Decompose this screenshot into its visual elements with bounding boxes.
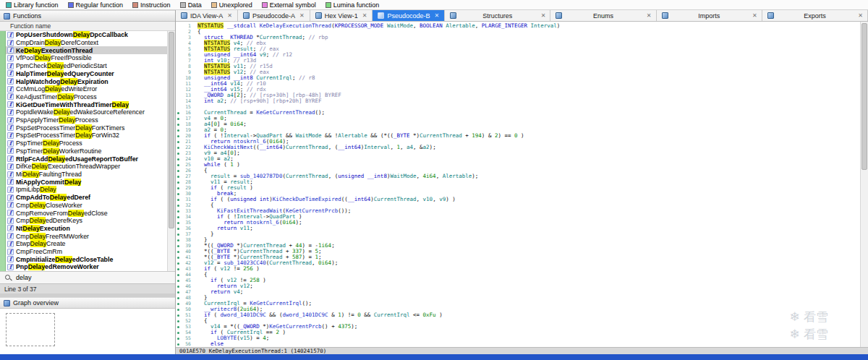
function-row[interactable]: fCcMmLogDelayedWriteError — [6, 85, 167, 93]
code-line[interactable]: 51 if ( dword_1401DC9C && (dword_1401DC9… — [176, 312, 860, 318]
code-line[interactable]: 29 if ( result ) — [176, 185, 860, 191]
function-row[interactable]: fPspSetProcessTimerDelayForWin32 — [6, 132, 167, 140]
function-row[interactable]: fCmpDelayFreeRMWorker — [6, 232, 167, 240]
tab-pseudocode-a[interactable]: Pseudocode-A✕ — [238, 10, 310, 21]
code-line[interactable]: 10 unsigned __int8 CurrentIrql; // r8 — [176, 75, 860, 81]
code-line[interactable]: 14 int a2; // [rsp+90h] [rbp+20h] BYREF — [176, 98, 860, 104]
line-number: 12 — [180, 87, 191, 93]
code-line[interactable]: 25 while ( 1 ) — [176, 162, 860, 168]
code-line[interactable]: 23 v9 = a4[0]; — [176, 150, 860, 156]
function-row[interactable]: fPspTimerDelayWorkerRoutine — [6, 147, 167, 155]
code-line[interactable]: 46 return v12; — [176, 283, 860, 289]
match-highlight: Delay — [57, 93, 74, 100]
function-row[interactable]: fCmpFreeCmRm — [6, 248, 167, 256]
code-line[interactable]: 45 if ( v12 != 258 ) — [176, 278, 860, 283]
function-row[interactable]: fPspSetProcessTimerDelayForKTimers — [6, 124, 167, 132]
tab-imports[interactable]: Imports✕ — [657, 10, 762, 21]
function-row[interactable]: fPpmCheckDelayedPeriodicStart — [6, 62, 167, 70]
tab-enums[interactable]: Enums✕ — [550, 10, 656, 21]
function-filter[interactable]: delay — [0, 271, 175, 283]
function-row[interactable]: fCmpDrainDelayDerefContext — [6, 39, 167, 47]
code-line[interactable]: 54 if ( CurrentIrql == 2 ) — [176, 330, 860, 335]
pseudocode-view[interactable]: 1NTSTATUS __stdcall KeDelayExecutionThre… — [176, 22, 868, 347]
code-line[interactable]: 28 v11 = result; — [176, 179, 860, 185]
close-icon[interactable]: ✕ — [299, 12, 305, 19]
code-line[interactable]: 44 { — [176, 272, 860, 278]
scrollbar-thumb[interactable] — [861, 23, 867, 170]
close-icon[interactable]: ✕ — [858, 12, 863, 19]
function-row[interactable]: fCmpInitializeDelayedCloseTable — [6, 255, 167, 263]
function-row[interactable]: fPopIdleWakeDelayedWakeSourceReferencer — [6, 108, 167, 116]
function-row[interactable]: fKiGetDueTimeWithThreadTimerDelay — [6, 100, 167, 108]
code-line[interactable]: 36 return v11; — [176, 226, 860, 231]
code-line[interactable]: 8 NTSTATUS v11; // r15d — [176, 64, 860, 69]
code-line[interactable]: 16 CurrentThread = KeGetCurrentThread(); — [176, 110, 860, 116]
close-icon[interactable]: ✕ — [434, 12, 439, 19]
close-icon[interactable]: ✕ — [227, 12, 232, 19]
tab-hex-view-1[interactable]: Hex View-1✕ — [310, 10, 373, 21]
code-line[interactable]: 47 return v4; — [176, 289, 860, 295]
code-line[interactable]: 43 if ( v12 != 256 ) — [176, 266, 860, 272]
close-icon[interactable]: ✕ — [362, 12, 367, 19]
match-highlight: Delay — [112, 101, 129, 108]
function-row[interactable]: fNtDelayExecution — [6, 225, 167, 233]
code-line[interactable]: 56 else — [176, 341, 860, 347]
function-list-scrollbar[interactable] — [167, 31, 175, 271]
code-line[interactable]: 31 if ( (unsigned int)KiCheckDueTimeExpi… — [176, 197, 860, 202]
function-row[interactable]: fCmpRemoveFromDelayedClose — [6, 209, 167, 217]
code-line[interactable]: 42 v12 = sub_14023CC40(CurrentThread, 0i… — [176, 260, 860, 266]
function-row[interactable]: fKeDelayExecutionThread — [6, 46, 167, 54]
function-row[interactable]: fVfPoolDelayFreeIfPossible — [6, 54, 167, 62]
code-line[interactable]: 37 } — [176, 231, 860, 237]
tab-ida-view-a[interactable]: IDA View-A✕ — [176, 10, 238, 21]
code-line[interactable]: 55 LOBYTE(v15) = 4; — [176, 335, 860, 341]
line-number: 23 — [180, 150, 191, 156]
function-row[interactable]: fMiDelayFaultingThread — [6, 171, 167, 179]
code-line[interactable]: 1NTSTATUS __stdcall KeDelayExecutionThre… — [176, 23, 860, 29]
function-row[interactable]: fDifKeDelayExecutionThreadWrapper — [6, 163, 167, 171]
code-line[interactable]: 3 struct _KTHREAD *CurrentThread; // rbp — [176, 35, 860, 40]
function-row[interactable]: fCmpDelayedDerefKeys — [6, 217, 167, 225]
function-row[interactable]: fMiApplyCommitDelay — [6, 178, 167, 186]
code-line[interactable]: 27 result = sub_1402787D0(CurrentThread,… — [176, 173, 860, 179]
graph-view-rectangle[interactable] — [6, 313, 55, 346]
function-name: MiDelayFaultingThread — [16, 171, 82, 178]
code-line[interactable]: 18 a4[0] = 0i64; — [176, 121, 860, 127]
function-row[interactable]: fPspTimerDelayProcess — [6, 140, 167, 147]
close-icon[interactable]: ✕ — [541, 12, 546, 19]
tab-exports[interactable]: Exports✕ — [762, 10, 868, 21]
tab-pseudocode-b[interactable]: Pseudocode-B✕ — [373, 10, 445, 21]
close-icon[interactable]: ✕ — [752, 12, 757, 19]
code-line[interactable]: 24 v10 = a2; — [176, 156, 860, 162]
code-scrollbar[interactable] — [860, 22, 868, 347]
close-icon[interactable]: ✕ — [647, 12, 652, 19]
function-row[interactable]: fPnpDelayedRemoveWorker — [6, 263, 167, 271]
code-line[interactable]: 22 KiCheckWaitNext((__int64)CurrentThrea… — [176, 145, 860, 150]
function-row[interactable]: fHalpTimerDelayedQueryCounter — [6, 70, 167, 78]
function-row[interactable]: fIpmiLibpDelay — [6, 186, 167, 194]
function-row[interactable]: fPopUserShutdownDelayDpcCallback — [6, 31, 167, 39]
code-line[interactable]: 17 v4 = 0; — [176, 116, 860, 121]
graph-overview[interactable] — [0, 309, 175, 354]
function-row[interactable]: fRtlpFcAddDelayedUsageReportToBuffer — [6, 155, 167, 163]
function-row[interactable]: fHalpWatchdogDelayExpiration — [6, 77, 167, 85]
scrollbar-thumb[interactable] — [169, 32, 174, 228]
tab-structures[interactable]: Structures✕ — [445, 10, 550, 21]
code-line[interactable]: 6 unsigned __int64 v9; // r12 — [176, 52, 860, 58]
function-row[interactable]: fKeAdjustTimerDelayProcess — [6, 93, 167, 101]
function-row[interactable]: fCmpDelayCloseWorker — [6, 201, 167, 209]
function-filter-input[interactable]: delay — [16, 274, 32, 281]
function-name-column-header[interactable]: Function name — [0, 22, 175, 31]
legend-item: External symbol — [262, 1, 316, 9]
function-row[interactable]: fPspApplyTimerDelayProcess — [6, 116, 167, 124]
line-number: 28 — [180, 179, 191, 185]
code-line[interactable]: 49 CurrentIrql = KeGetCurrentIrql(); — [176, 301, 860, 307]
legend-label: Regular function — [76, 1, 124, 9]
code-line[interactable]: 35 return ntoskrnl_6(0i64); — [176, 220, 860, 226]
match-highlight: Delay — [45, 85, 61, 93]
code-line[interactable]: 7 int v10; // r13d — [176, 58, 860, 64]
match-highlight: Delay — [30, 217, 46, 224]
function-row[interactable]: fCmpAddToDelayedDeref — [6, 194, 167, 202]
code-line[interactable]: 11 __int64 v14; // r10 — [176, 81, 860, 87]
function-row[interactable]: fEtwpDelayCreate — [6, 240, 167, 248]
